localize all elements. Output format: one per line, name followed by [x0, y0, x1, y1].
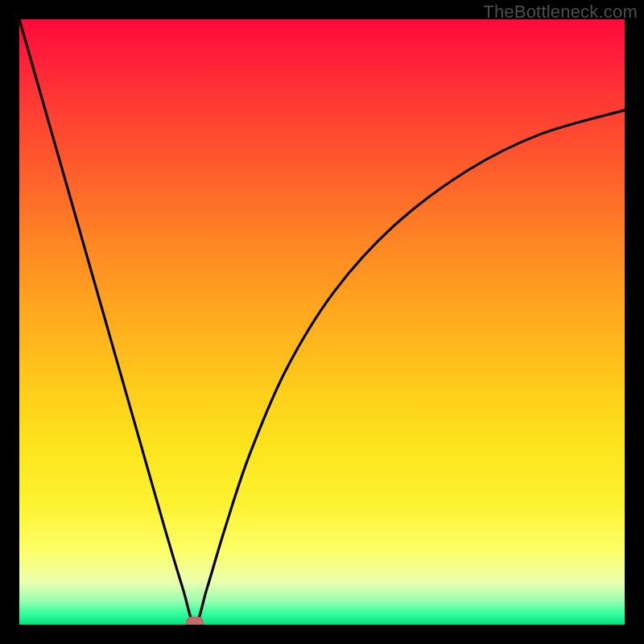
plot-area — [19, 19, 625, 625]
minimum-marker — [186, 617, 204, 625]
curve-path — [19, 19, 625, 625]
chart-frame: TheBottleneck.com — [0, 0, 644, 644]
bottleneck-curve — [19, 19, 625, 625]
watermark-text: TheBottleneck.com — [483, 2, 638, 23]
